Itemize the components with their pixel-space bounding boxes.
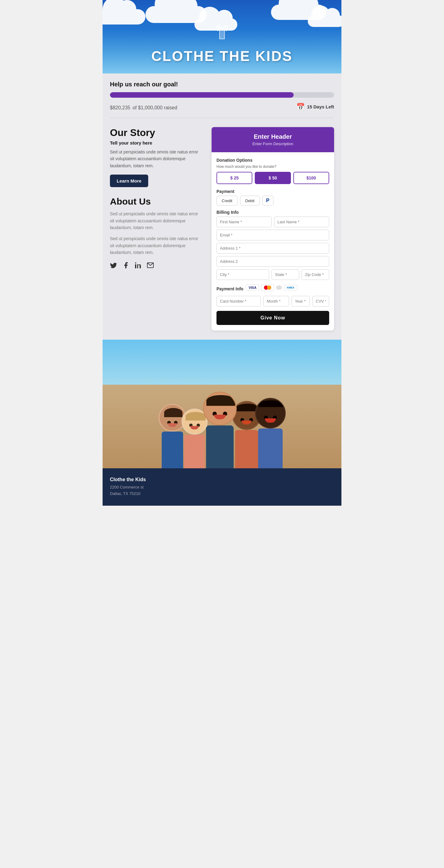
learn-more-button[interactable]: Learn More <box>110 175 148 187</box>
left-column: Our Story Tell your story here Sed ut pe… <box>110 127 202 271</box>
payment-row <box>217 296 329 307</box>
footer: Clothe the Kids 2200 Commerce st Dallas,… <box>103 468 341 506</box>
email-input[interactable] <box>217 230 329 241</box>
mc-logo <box>261 284 274 291</box>
mouth <box>242 421 251 425</box>
payment-info-section: Payment Info VISA AMEX <box>217 284 329 307</box>
footer-address-line1: 2200 Commerce st <box>110 484 334 491</box>
hair <box>186 412 205 421</box>
city-input[interactable] <box>217 269 269 280</box>
hair <box>258 400 284 407</box>
paypal-icon: P <box>266 198 269 204</box>
cloud-5 <box>308 15 341 27</box>
donation-btn-25[interactable]: $ 25 <box>217 172 252 184</box>
payment-section: Payment Credit Debit P <box>217 189 329 206</box>
payment-tab-paypal[interactable]: P <box>262 196 274 206</box>
first-name-input[interactable] <box>217 217 272 227</box>
calendar-icon: 📅 <box>296 103 305 111</box>
donation-btn-50[interactable]: $ 50 <box>255 172 291 184</box>
disc-logo <box>276 285 282 290</box>
story-body: Sed ut perspiciatis unde omnis iste natu… <box>110 149 202 169</box>
email-row <box>217 230 329 241</box>
about-title: About Us <box>110 196 202 207</box>
form-body: Donation Options How much would you like… <box>212 152 334 331</box>
body <box>162 432 183 468</box>
month-input[interactable] <box>263 296 289 307</box>
goal-stats: $820,235 of $1,000,000 raised 📅 15 Days … <box>110 102 334 112</box>
city-state-zip-row <box>217 269 329 280</box>
payment-label: Payment <box>217 189 329 194</box>
payment-info-label: Payment Info <box>217 286 244 291</box>
card-number-input[interactable] <box>217 296 261 307</box>
cvv-input[interactable] <box>312 296 329 307</box>
footer-address-line2: Dallas, TX 75210 <box>110 491 334 497</box>
donation-form: Enter Header Enter Form Description Dona… <box>212 127 334 331</box>
email-icon[interactable] <box>147 261 154 271</box>
twitter-icon[interactable] <box>110 261 117 271</box>
footer-address: 2200 Commerce st Dallas, TX 75210 <box>110 484 334 497</box>
mouth <box>265 418 276 423</box>
progress-bar-fill <box>110 92 294 98</box>
payment-tab-credit[interactable]: Credit <box>217 196 237 206</box>
story-title: Our Story <box>110 127 202 138</box>
linkedin-icon[interactable] <box>134 261 142 271</box>
amex-logo: AMEX <box>284 285 297 290</box>
story-subtitle: Tell your story here <box>110 140 202 146</box>
sky-bg <box>103 340 341 391</box>
mouth <box>190 426 199 429</box>
name-row <box>217 217 329 227</box>
donation-options: $ 25 $ 50 $100 <box>217 172 329 184</box>
donation-btn-100[interactable]: $100 <box>293 172 329 184</box>
kid-3 <box>203 392 237 468</box>
payment-tab-debit[interactable]: Debit <box>240 196 260 206</box>
social-icons <box>110 261 202 271</box>
year-input[interactable] <box>291 296 310 307</box>
donation-sub: How much would you like to donate? <box>217 164 329 169</box>
state-input[interactable] <box>272 269 299 280</box>
form-header: Enter Header Enter Form Description <box>212 127 334 152</box>
hair <box>207 395 235 406</box>
hair <box>164 408 183 417</box>
progress-bar-background <box>110 92 334 98</box>
visa-logo: VISA <box>246 284 259 291</box>
about-body-1: Sed ut perspiciatis unde omnis iste natu… <box>110 210 202 231</box>
zip-input[interactable] <box>302 269 329 280</box>
kids-photo-section <box>103 340 341 468</box>
kids-group <box>103 392 341 468</box>
raised-amount: $820,235 of $1,000,000 raised <box>110 102 177 112</box>
facebook-icon[interactable] <box>122 261 129 271</box>
form-header-title: Enter Header <box>217 133 329 140</box>
body <box>258 429 283 468</box>
goal-suffix: of $1,000,000 raised <box>133 105 177 110</box>
body <box>184 435 205 468</box>
goal-heading: Help us reach our goal! <box>110 81 334 88</box>
body <box>206 426 234 468</box>
address2-row <box>217 256 329 267</box>
footer-org-name: Clothe the Kids <box>110 477 334 483</box>
about-body-2: Sed ut perspiciatis unde omnis iste natu… <box>110 235 202 256</box>
hero-section: CLOTHE THE KIDS <box>103 0 341 73</box>
kids-photo-scene <box>103 340 341 468</box>
body <box>235 430 258 468</box>
mouth <box>214 415 226 419</box>
days-left: 📅 15 Days Left <box>296 103 334 111</box>
billing-section: Billing Info <box>217 210 329 280</box>
hero-title: CLOTHE THE KIDS <box>151 48 293 64</box>
address2-input[interactable] <box>217 256 329 267</box>
card-logos: VISA AMEX <box>246 284 297 291</box>
main-content: Our Story Tell your story here Sed ut pe… <box>103 118 341 340</box>
kid-3-head <box>203 392 237 426</box>
form-header-desc: Enter Form Description <box>217 142 329 146</box>
address1-input[interactable] <box>217 243 329 254</box>
give-now-button[interactable]: Give Now <box>217 311 329 325</box>
kid-5 <box>255 398 286 468</box>
address1-row <box>217 243 329 254</box>
tshirt-icon <box>213 24 231 45</box>
payment-tabs: Credit Debit P <box>217 196 329 206</box>
goal-section: Help us reach our goal! $820,235 of $1,0… <box>103 73 341 118</box>
cloud-1 <box>103 9 146 25</box>
mouth <box>168 423 177 427</box>
last-name-input[interactable] <box>274 217 329 227</box>
svg-point-1 <box>135 262 136 264</box>
billing-label: Billing Info <box>217 210 329 215</box>
